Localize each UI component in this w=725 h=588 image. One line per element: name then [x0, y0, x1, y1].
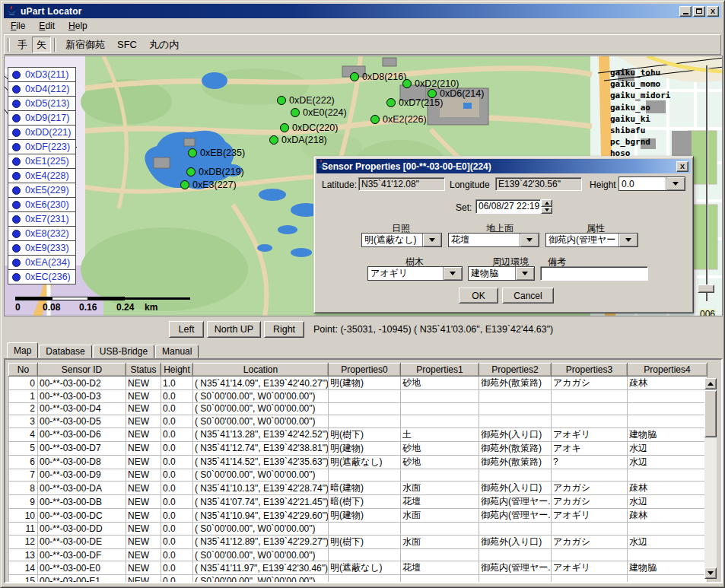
- map-marker[interactable]: 0xE3(227): [180, 180, 237, 190]
- table-row[interactable]: 000-**-03-00-D2NEW1.0( N35`41'14.09", E1…: [9, 377, 708, 390]
- map-panel[interactable]: 0xD3(211)0xD4(212)0xD5(213)0xD9(217)0xDD…: [4, 56, 723, 316]
- table-row[interactable]: 1200-**-03-00-DENEW0.0( N35`41'12.89", E…: [9, 535, 708, 548]
- maximize-button[interactable]: [693, 6, 705, 17]
- minimize-button[interactable]: [679, 6, 692, 17]
- map-shinjuku-button[interactable]: 新宿御苑: [59, 36, 111, 54]
- dialog-close-button[interactable]: X: [676, 161, 688, 172]
- sensor-list-item[interactable]: 0xE1(225): [8, 154, 76, 169]
- sensor-list-item[interactable]: 0xEA(234): [8, 255, 76, 270]
- menu-help[interactable]: Help: [62, 19, 94, 33]
- tree-combo[interactable]: アオギリ: [367, 266, 463, 281]
- map-marker[interactable]: 0xDA(218): [269, 135, 327, 145]
- column-header[interactable]: Properties3: [552, 364, 628, 377]
- column-header[interactable]: Status: [126, 364, 161, 377]
- sensor-list-item[interactable]: 0xD4(212): [8, 81, 76, 97]
- map-marunouchi-button[interactable]: 丸の内: [143, 36, 185, 54]
- cancel-button[interactable]: Cancel: [502, 288, 554, 304]
- sunlight-combo[interactable]: 明(遮蔽なし): [361, 233, 442, 247]
- spinner-down-button[interactable]: [541, 207, 552, 215]
- attribute-combo[interactable]: 御苑内(管理ヤード): [545, 233, 638, 247]
- ground-combo[interactable]: 花壇: [448, 233, 539, 247]
- chevron-down-icon[interactable]: [515, 267, 534, 280]
- table-row[interactable]: 800-**-03-00-DANEW0.0( N35`41'10.13", E1…: [9, 482, 708, 495]
- close-button[interactable]: X: [707, 6, 719, 17]
- map-marker[interactable]: 0xE2(226): [370, 114, 427, 125]
- sensor-list-item[interactable]: 0xDF(223): [8, 139, 76, 154]
- table-row[interactable]: 900-**-03-00-DBNEW0.0( N35`41'07.74", E1…: [9, 495, 708, 509]
- column-header[interactable]: Sensor ID: [38, 364, 126, 377]
- sensor-list-item[interactable]: 0xE9(233): [8, 240, 76, 256]
- table-row[interactable]: 400-**-03-00-D6NEW0.0( N35`41'13.28", E1…: [9, 427, 708, 441]
- table-row[interactable]: 1300-**-03-00-DFNEW0.0( S0`00'00.00", W0…: [9, 548, 708, 561]
- sensor-list-item[interactable]: 0xE6(230): [8, 197, 76, 212]
- column-header[interactable]: Height: [161, 364, 193, 377]
- environment-combo[interactable]: 建物脇: [468, 266, 535, 281]
- sensor-list-item[interactable]: 0xE8(232): [8, 226, 76, 241]
- table-row[interactable]: 100-**-03-00-D3NEW0.0( S0`00'00.00", W0`…: [9, 390, 708, 403]
- map-sfc-button[interactable]: SFC: [111, 37, 143, 52]
- table-row[interactable]: 1500-**-03-00-E1NEW0.0( S0`00'00.00", W0…: [9, 575, 708, 583]
- spinner-up-button[interactable]: [541, 199, 552, 207]
- chevron-down-icon[interactable]: [618, 234, 638, 246]
- sensor-list-item[interactable]: 0xEC(236): [8, 269, 76, 284]
- table-scrollbar[interactable]: [704, 378, 717, 579]
- chevron-down-icon[interactable]: [422, 234, 441, 246]
- map-marker[interactable]: 0xEB(235): [188, 148, 245, 158]
- table-row[interactable]: 300-**-03-00-D5NEW0.0( S0`00'00.00", W0`…: [9, 415, 708, 428]
- column-header[interactable]: Properties2: [479, 364, 552, 377]
- slider-handle[interactable]: [698, 284, 714, 293]
- ok-button[interactable]: OK: [459, 288, 498, 304]
- column-header[interactable]: Location: [193, 364, 329, 377]
- column-header[interactable]: Properties1: [401, 364, 479, 377]
- arrow-tool-button[interactable]: 矢: [32, 37, 51, 53]
- map-marker[interactable]: 0xD7(215): [386, 97, 443, 108]
- chevron-down-icon[interactable]: [520, 234, 539, 246]
- map-marker[interactable]: 0xDE(222): [277, 95, 335, 106]
- marker-label: 0xD6(214): [440, 88, 484, 99]
- table-row[interactable]: 1400-**-03-00-E0NEW0.0( N35`41'11.97", E…: [9, 561, 708, 575]
- table-row[interactable]: 500-**-03-00-D7NEW0.0( N35`41'12.74", E1…: [9, 441, 708, 455]
- table-row[interactable]: 700-**-03-00-D9NEW0.0( S0`00'00.00", W0`…: [9, 469, 708, 482]
- column-header[interactable]: Properties0: [329, 364, 401, 377]
- sensor-list-item[interactable]: 0xDD(221): [8, 125, 76, 140]
- rotate-left-button[interactable]: Left: [169, 321, 204, 338]
- menu-file[interactable]: File: [4, 19, 32, 33]
- height-combo[interactable]: 0.0: [618, 176, 685, 191]
- scroll-up-icon[interactable]: [704, 378, 717, 389]
- north-up-button[interactable]: North UP: [207, 321, 261, 338]
- map-marker[interactable]: 0xDB(219): [186, 167, 244, 177]
- map-marker[interactable]: 0xD2(210): [402, 78, 459, 89]
- hand-tool-button[interactable]: 手: [13, 37, 32, 53]
- chevron-down-icon[interactable]: [443, 267, 462, 280]
- rotate-right-button[interactable]: Right: [264, 321, 304, 338]
- sensor-label: 0xE6(230): [25, 199, 69, 210]
- map-marker[interactable]: 0xD8(216): [350, 72, 406, 82]
- latitude-field[interactable]: N35`41'12.08": [358, 177, 445, 191]
- longitude-field[interactable]: E139`42'30.56": [495, 177, 582, 191]
- sensor-list-item[interactable]: 0xD3(211): [8, 67, 76, 82]
- tab-map[interactable]: Map: [7, 342, 38, 358]
- tab-usb-bridge[interactable]: USB-Bridge: [93, 345, 154, 358]
- sensor-list-item[interactable]: 0xD9(217): [8, 110, 76, 126]
- sensor-list-item[interactable]: 0xE5(229): [8, 183, 76, 198]
- map-marker[interactable]: 0xE0(224): [291, 107, 347, 118]
- table-row[interactable]: 600-**-03-00-D8NEW0.0( N35`41'14.52", E1…: [9, 455, 708, 469]
- column-header[interactable]: Properties4: [628, 364, 708, 377]
- table-row[interactable]: 1100-**-03-00-DDNEW0.0( S0`00'00.00", W0…: [9, 523, 708, 536]
- remarks-input[interactable]: [540, 266, 648, 281]
- sensor-list-item[interactable]: 0xD5(213): [8, 96, 76, 111]
- tab-database[interactable]: Database: [39, 345, 91, 358]
- slider-track[interactable]: [706, 65, 708, 301]
- chevron-down-icon[interactable]: [666, 177, 685, 190]
- scroll-down-icon[interactable]: [704, 567, 717, 579]
- map-marker[interactable]: 0xDC(220): [280, 122, 338, 133]
- table-row[interactable]: 200-**-03-00-D4NEW0.0( S0`00'00.00", W0`…: [9, 402, 708, 415]
- scrollbar-thumb[interactable]: [704, 390, 717, 437]
- tab-manual[interactable]: Manual: [155, 345, 199, 358]
- column-header[interactable]: No: [9, 364, 38, 377]
- sensor-list-item[interactable]: 0xE4(228): [8, 168, 76, 183]
- sensor-list-item[interactable]: 0xE7(231): [8, 211, 76, 227]
- table-row[interactable]: 1000-**-03-00-DCNEW0.0( N35`41'10.94", E…: [9, 509, 708, 523]
- menu-edit[interactable]: Edit: [32, 19, 62, 33]
- set-datetime-spinner[interactable]: 06/08/27 22:19: [475, 199, 552, 214]
